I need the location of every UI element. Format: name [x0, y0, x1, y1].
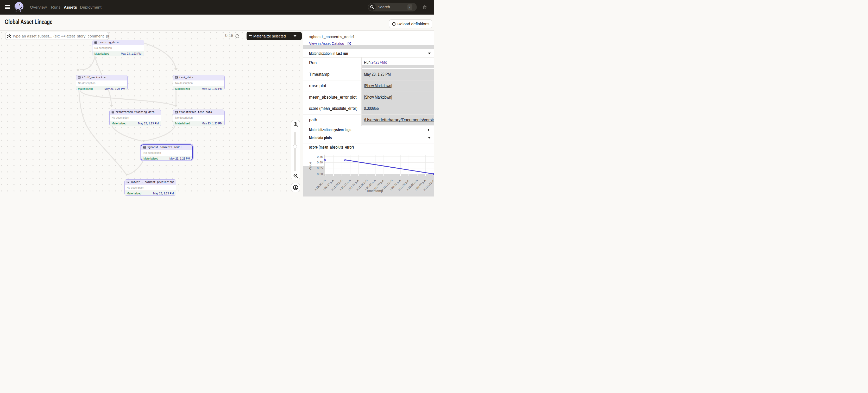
svg-text:0.35: 0.35	[317, 167, 323, 170]
svg-text:Timestamp: Timestamp	[366, 189, 383, 193]
svg-text:0.30: 0.30	[317, 172, 323, 175]
svg-text:0.45: 0.45	[317, 155, 323, 158]
svg-text:0.40: 0.40	[317, 161, 323, 164]
svg-text:Value: Value	[308, 162, 312, 170]
